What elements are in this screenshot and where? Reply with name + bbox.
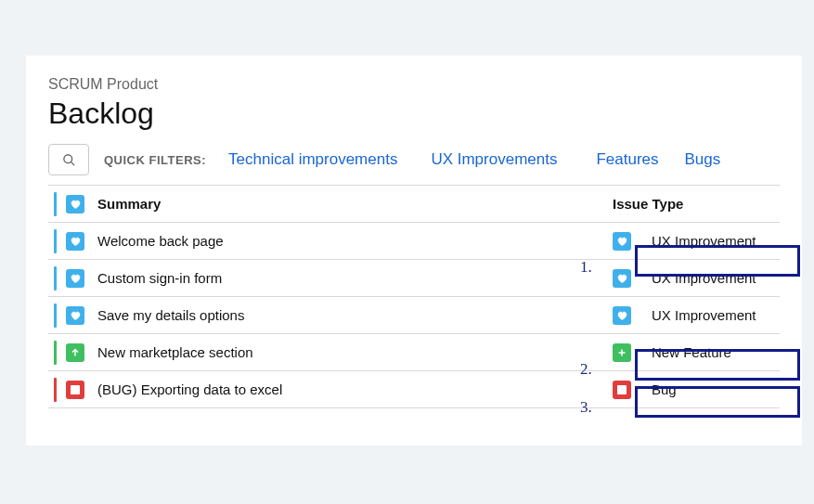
heart-icon (613, 232, 631, 251)
table-row[interactable]: New marketplace section New Feature (48, 334, 780, 371)
summary-cell: Custom sign-in form (97, 270, 613, 286)
bug-icon (613, 381, 631, 399)
row-stripe (54, 192, 57, 216)
heart-icon (66, 269, 84, 288)
heart-icon (66, 195, 84, 213)
search-button[interactable] (48, 144, 89, 175)
annotation-3: 3. (580, 398, 592, 417)
search-icon (62, 153, 76, 167)
issue-type-label: UX Improvement (652, 233, 756, 249)
table-header: Summary Issue Type (48, 186, 780, 223)
issue-type-label: UX Improvement (652, 307, 756, 323)
arrow-up-icon (66, 343, 84, 362)
summary-cell: (BUG) Exporting data to excel (97, 381, 613, 397)
page-title: Backlog (48, 97, 780, 131)
quick-filters-label: QUICK FILTERS: (104, 153, 206, 167)
backlog-table: Summary Issue Type Welcome back page UX … (48, 185, 780, 408)
bug-icon (66, 381, 84, 399)
heart-icon (66, 306, 84, 325)
issue-type-cell: Bug (613, 381, 780, 399)
filter-ux[interactable]: UX Improvements (431, 150, 557, 169)
table-row[interactable]: Custom sign-in form UX Improvement (48, 260, 780, 297)
heart-icon (66, 232, 84, 251)
summary-cell: Save my details options (97, 307, 613, 323)
issue-type-cell: New Feature (613, 343, 780, 362)
table-row[interactable]: Save my details options UX Improvement (48, 297, 780, 334)
panel: SCRUM Product Backlog QUICK FILTERS: Tec… (26, 56, 802, 446)
col-issue-type: Issue Type (613, 196, 780, 212)
heart-icon (613, 306, 631, 325)
filter-features[interactable]: Features (596, 150, 658, 169)
heart-icon (613, 269, 631, 288)
row-stripe (54, 229, 57, 253)
issue-type-cell: UX Improvement (613, 232, 780, 251)
issue-type-label: Bug (652, 381, 677, 397)
issue-type-label: UX Improvement (652, 270, 756, 286)
table-row[interactable]: Welcome back page UX Improvement (48, 223, 780, 260)
project-name: SCRUM Product (48, 76, 780, 93)
summary-cell: New marketplace section (97, 344, 613, 360)
issue-type-cell: UX Improvement (613, 306, 780, 325)
annotation-2: 2. (580, 360, 592, 379)
row-stripe (54, 341, 57, 365)
plus-icon (613, 343, 631, 362)
svg-line-1 (71, 162, 74, 165)
issue-type-cell: UX Improvement (613, 269, 780, 288)
row-stripe (54, 304, 57, 328)
row-stripe (54, 266, 57, 291)
quick-filters-bar: QUICK FILTERS: Technical improvements UX… (48, 144, 780, 175)
summary-cell: Welcome back page (97, 233, 613, 249)
filter-technical[interactable]: Technical improvements (228, 150, 397, 169)
col-summary: Summary (97, 196, 613, 212)
table-row[interactable]: (BUG) Exporting data to excel Bug (48, 371, 780, 408)
filter-bugs[interactable]: Bugs (685, 150, 721, 169)
svg-point-0 (63, 154, 71, 162)
row-stripe (54, 378, 57, 402)
annotation-1: 1. (580, 258, 592, 277)
issue-type-label: New Feature (652, 344, 731, 360)
